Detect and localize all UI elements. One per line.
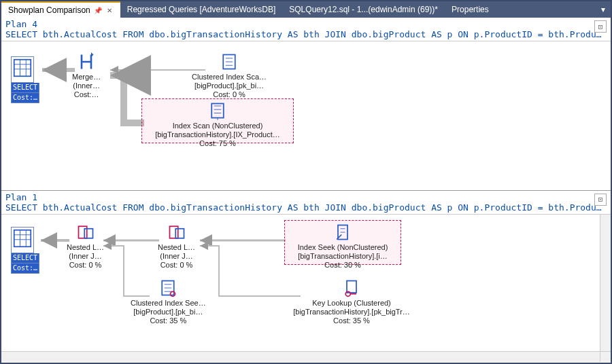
plan4-pane: Plan 4 SELECT bth.ActualCost FROM dbo.bi… [1, 18, 611, 191]
select-label: SELECT [11, 253, 39, 263]
op-title: Index Seek (NonClustered) [298, 243, 388, 252]
op-key-lookup-clustered[interactable]: Key Lookup (Clustered) [bigTransactionHi… [287, 278, 416, 326]
nested-loops-icon [76, 223, 95, 242]
vertical-scrollbar[interactable] [600, 215, 611, 352]
op-title: Clustered Index Sca… [192, 73, 267, 81]
scrollbar-corner [600, 351, 611, 362]
op-title: Nested L… [67, 243, 104, 252]
nested-loops-icon [167, 223, 186, 242]
tab-sqlquery12[interactable]: SQLQuery12.sql - 1...(edwinAdmin (69))* [282, 1, 445, 18]
op-subtitle: [bigTransactionHistory].[i… [298, 252, 388, 261]
op-title: Merge… [72, 73, 101, 81]
op-subtitle: [bigProduct].[pk_bi… [194, 81, 264, 90]
plan1-query-text: SELECT bth.ActualCost FROM dbo.bigTransa… [1, 202, 611, 215]
tab-label: Showplan Comparison [8, 5, 90, 15]
plan1-pane: Plan 1 SELECT bth.ActualCost FROM dbo.bi… [1, 191, 611, 363]
tab-regressed-queries[interactable]: Regressed Queries [AdventureWorksDB] [120, 1, 283, 18]
op-cost: Cost: 35 % [150, 316, 186, 325]
op-subtitle: [bigProduct].[pk_bi… [133, 308, 203, 316]
op-subtitle: (Inner J… [69, 252, 101, 261]
op-title: Clustered Index See… [131, 299, 206, 308]
plan4-title: Plan 4 [1, 18, 611, 29]
op-merge-join[interactable]: Merge… (Inner… Cost:… [72, 52, 101, 100]
plan4-query-text: SELECT bth.ActualCost FROM dbo.bigTransa… [1, 29, 611, 41]
plan1-canvas: SELECT Cost:… Nested L… (Inner J… Cost: … [1, 215, 611, 363]
svg-rect-28 [347, 280, 356, 293]
op-clustered-index-scan[interactable]: Clustered Index Sca… [bigProduct].[pk_bi… [192, 52, 267, 100]
tab-bar: Showplan Comparison 📌 ✕ Regressed Querie… [1, 1, 611, 18]
op-nested-loop-2[interactable]: Nested L… (Inner J… Cost: 0 % [158, 223, 195, 270]
op-cost: Cost: 75 % [199, 139, 236, 148]
svg-marker-7 [91, 52, 94, 57]
plan4-canvas: SELECT Cost:… Merge… (Inner… Cost:… Clus… [1, 41, 611, 189]
op-cost: Cost: 0 % [213, 90, 245, 99]
close-icon[interactable]: ✕ [105, 6, 114, 14]
op-title: Index Scan (NonClustered) [173, 122, 263, 130]
select-label: SELECT [11, 83, 39, 93]
expand-button[interactable]: ⊡ [594, 194, 607, 206]
op-subtitle: (Inner… [73, 81, 100, 90]
tab-label: Properties [452, 5, 489, 14]
op-index-scan-nonclustered[interactable]: Index Scan (NonClustered) [bigTransactio… [150, 101, 286, 149]
svg-rect-24 [175, 228, 184, 238]
op-subtitle: [bigTransactionHistory].[pk_bigTr… [293, 308, 410, 316]
plan1-title: Plan 1 [1, 191, 611, 202]
horizontal-scrollbar[interactable] [1, 351, 600, 362]
tab-label: Regressed Queries [AdventureWorksDB] [127, 5, 276, 14]
expand-button[interactable]: ⊡ [594, 20, 607, 33]
overflow-menu-icon[interactable]: ▾ [596, 5, 611, 14]
op-select[interactable]: SELECT Cost:… [11, 227, 39, 274]
op-index-seek-nonclustered[interactable]: Index Seek (NonClustered) [bigTransactio… [287, 223, 398, 270]
key-lookup-icon [342, 278, 361, 297]
op-select[interactable]: SELECT Cost:… [11, 56, 39, 103]
select-table-icon [11, 56, 34, 83]
svg-rect-16 [14, 230, 31, 247]
op-cost: Cost: 0 % [69, 261, 102, 270]
tab-properties[interactable]: Properties [445, 1, 496, 18]
index-scan-icon [208, 101, 227, 120]
tab-label: SQLQuery12.sql - 1...(edwinAdmin (69))* [289, 5, 438, 14]
merge-join-icon [77, 52, 96, 71]
index-seek-icon [333, 223, 352, 242]
op-title: Key Lookup (Clustered) [312, 299, 391, 308]
op-title: Nested L… [158, 243, 195, 252]
op-clustered-index-seek[interactable]: Clustered Index See… [bigProduct].[pk_bi… [131, 278, 206, 326]
op-cost: Cost: 0 % [160, 261, 193, 270]
op-cost: Cost: 35 % [333, 316, 370, 325]
op-nested-loop-1[interactable]: Nested L… (Inner J… Cost: 0 % [67, 223, 104, 270]
clustered-index-scan-icon [220, 52, 239, 71]
select-cost: Cost:… [11, 93, 39, 103]
tab-showplan-comparison[interactable]: Showplan Comparison 📌 ✕ [1, 1, 120, 18]
op-cost: Cost:… [74, 90, 99, 99]
pin-icon[interactable]: 📌 [94, 6, 102, 14]
select-cost: Cost:… [11, 263, 39, 274]
op-subtitle: (Inner J… [160, 252, 192, 261]
clustered-index-seek-icon [158, 278, 177, 297]
op-subtitle: [bigTransactionHistory].[IX_Product… [155, 130, 280, 139]
select-table-icon [11, 227, 34, 253]
op-cost: Cost: 30 % [324, 261, 361, 270]
svg-rect-22 [84, 228, 92, 238]
svg-rect-2 [14, 60, 31, 77]
comparison-panes: Plan 4 SELECT bth.ActualCost FROM dbo.bi… [1, 18, 611, 363]
